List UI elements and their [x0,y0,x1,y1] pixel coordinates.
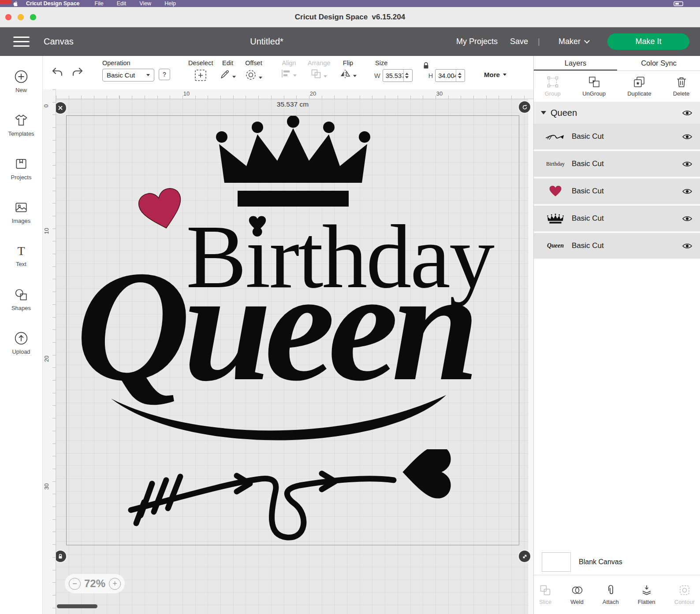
ruler-number: 30 [43,483,50,489]
paperclip-icon [605,584,616,596]
width-input[interactable] [383,70,403,81]
artwork-small-heart[interactable] [249,214,266,234]
edit-tool[interactable]: Edit [220,59,236,80]
ruler-number: 20 [310,90,316,97]
menubar-item-help[interactable]: Help [164,0,176,7]
birthday-text-thumb: Birthday [544,161,567,167]
sidebar-item-text[interactable]: T Text [0,234,42,277]
selection-handle-delete[interactable] [56,102,66,114]
tab-layers[interactable]: Layers [534,56,617,70]
layer-row-birthday[interactable]: Birthday Basic Cut [534,151,700,178]
offset-icon [245,69,257,81]
horizontal-scrollbar-thumb[interactable] [57,604,97,608]
layer-label: Basic Cut [572,187,604,196]
arrange-icon [311,69,321,79]
width-label: W [374,72,380,79]
zoom-out-button[interactable]: − [69,578,81,590]
eye-icon[interactable] [682,161,692,167]
macos-menubar: Cricut Design Space File Edit View Help [0,0,700,7]
eye-icon[interactable] [682,243,692,249]
offset-tool[interactable]: Offset [245,59,262,81]
blank-canvas-swatch[interactable] [542,552,571,572]
selection-handle-lock[interactable] [56,551,66,562]
header-divider: | [538,27,540,56]
make-it-button[interactable]: Make It [607,33,689,50]
eye-icon[interactable] [682,188,692,195]
vertical-scrollbar[interactable] [528,99,533,614]
selection-handle-rotate[interactable] [519,101,530,113]
width-stepper[interactable] [403,70,410,81]
sidebar-item-projects[interactable]: Projects [0,147,42,190]
width-field [383,69,413,82]
layer-group-name: Queen [551,108,577,118]
artwork-queen-swash[interactable] [107,381,455,456]
menubar-app-name[interactable]: Cricut Design Space [26,0,80,7]
sidebar-item-upload[interactable]: Upload [0,321,42,365]
height-stepper[interactable] [456,70,463,81]
sidebar-item-images[interactable]: Images [0,190,42,234]
selection-handle-resize[interactable] [519,551,530,562]
flip-icon [339,69,351,79]
text-icon: T [17,244,25,258]
eye-icon[interactable] [682,133,692,140]
apple-menu-icon[interactable] [13,1,18,7]
layer-row-crown[interactable]: Basic Cut [534,206,700,232]
machine-selector[interactable]: Maker [559,27,589,56]
menubar-display-icon[interactable] [674,1,683,6]
blank-canvas-row[interactable]: Blank Canvas [534,548,700,576]
layer-row-arrow[interactable]: Basic Cut [534,124,700,150]
flip-tool[interactable]: Flip [339,59,357,79]
slice-icon [540,584,551,596]
disclosure-triangle-icon[interactable] [541,111,546,115]
redo-button[interactable] [71,67,84,77]
my-projects-link[interactable]: My Projects [456,27,498,56]
screen-corner-artifact [0,0,11,4]
undo-button[interactable] [51,67,63,77]
sidebar-item-shapes[interactable]: Shapes [0,277,42,321]
weld-icon [571,584,583,596]
menubar-item-file[interactable]: File [95,0,104,7]
flip-label: Flip [343,59,353,67]
menubar-item-view[interactable]: View [139,0,151,7]
ungroup-button[interactable]: UnGroup [582,76,606,97]
attach-button[interactable]: Attach [603,584,619,605]
design-canvas[interactable]: 35.537 cm Birthday Queen [56,99,533,614]
ruler-number: 10 [43,228,50,234]
tab-color-sync[interactable]: Color Sync [617,56,700,70]
weld-label: Weld [570,599,583,605]
sidebar-item-new[interactable]: New [0,59,42,103]
height-label: H [428,72,433,79]
slice-button: Slice [539,584,551,605]
zoom-in-button[interactable]: + [109,578,121,590]
sidebar-item-templates[interactable]: Templates [0,103,42,147]
weld-button[interactable]: Weld [570,584,583,605]
flatten-button[interactable]: Flatten [638,584,655,605]
artwork-crown[interactable] [216,116,371,208]
layer-row-heart[interactable]: Basic Cut [534,178,700,205]
trash-icon [676,76,687,88]
shapes-icon [14,288,28,302]
save-link[interactable]: Save [510,27,528,56]
artwork-heart-arrow[interactable] [126,449,467,548]
deselect-tool[interactable]: Deselect [188,59,213,81]
menubar-item-edit[interactable]: Edit [117,0,127,7]
align-tool: Align [281,59,297,78]
arrange-tool: Arrange [308,59,331,79]
layer-group-header[interactable]: Queen [534,102,700,124]
eye-icon[interactable] [682,215,692,222]
layer-row-queen[interactable]: Queen Basic Cut [534,233,700,259]
document-title[interactable]: Untitled* [0,27,533,56]
blank-canvas-label: Blank Canvas [579,558,622,566]
window-titlebar[interactable]: Cricut Design Space v6.15.204 [0,7,700,27]
layer-label: Basic Cut [572,159,604,168]
app-header: Canvas Untitled* My Projects Save | Make… [0,27,700,56]
operation-help-button[interactable]: ? [159,69,170,80]
eye-icon[interactable] [682,110,692,116]
operation-select[interactable]: Basic Cut [102,69,154,81]
contour-label: Contour [674,599,695,605]
duplicate-button[interactable]: Duplicate [627,76,651,97]
size-lock-icon[interactable] [422,62,430,69]
delete-button[interactable]: Delete [673,76,690,97]
height-input[interactable] [436,70,456,81]
more-menu[interactable]: More [484,71,506,78]
